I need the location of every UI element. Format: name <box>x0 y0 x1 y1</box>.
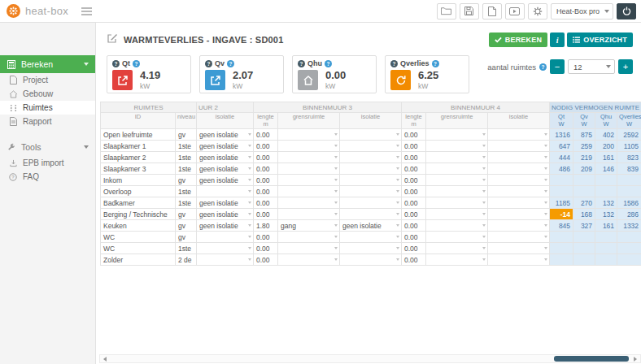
overzicht-button[interactable]: OVERZICHT <box>567 32 633 47</box>
isolatie-select[interactable] <box>488 254 550 266</box>
lengte-input[interactable]: 0.00 <box>402 141 426 152</box>
help-icon[interactable]: ? <box>133 60 140 67</box>
room-id-cell[interactable]: WC <box>101 232 176 243</box>
help-icon[interactable]: ? <box>539 63 547 71</box>
scrollbar-track[interactable] <box>110 355 630 362</box>
lengte-input[interactable]: 0.00 <box>254 254 278 266</box>
isolatie-select[interactable] <box>340 243 402 254</box>
isolatie-select[interactable]: geen isolatie <box>197 209 254 220</box>
room-id-cell[interactable]: Slaapkamer 3 <box>101 163 176 175</box>
isolatie-select[interactable]: geen isolatie <box>197 220 254 232</box>
isolatie-select[interactable]: geen isolatie <box>197 129 254 141</box>
niveau-cell[interactable]: 1ste <box>176 197 197 209</box>
info-button[interactable]: i <box>550 32 565 47</box>
isolatie-select[interactable] <box>197 243 254 254</box>
grensruimte-select[interactable] <box>278 186 340 197</box>
lengte-input[interactable]: 0.00 <box>402 175 426 186</box>
sidebar-item-gebouw[interactable]: Gebouw <box>0 87 95 101</box>
lengte-input[interactable]: 1.80 <box>254 220 278 232</box>
isolatie-select[interactable] <box>340 141 402 152</box>
lengte-input[interactable]: 0.00 <box>254 197 278 209</box>
grensruimte-select[interactable] <box>278 129 340 141</box>
isolatie-select[interactable]: geen isolatie <box>197 197 254 209</box>
niveau-cell[interactable]: 1ste <box>176 141 197 152</box>
help-icon[interactable]: ? <box>432 60 439 67</box>
niveau-cell[interactable]: gv <box>176 129 197 141</box>
grensruimte-select[interactable] <box>426 197 488 209</box>
room-id-cell[interactable]: Berging / Technische <box>101 209 176 220</box>
room-id-cell[interactable]: Zolder <box>101 254 176 266</box>
grensruimte-select[interactable] <box>278 254 340 266</box>
isolatie-select[interactable]: geen isolatie <box>197 141 254 152</box>
isolatie-select[interactable] <box>197 254 254 266</box>
room-id-cell[interactable]: Slaapkamer 1 <box>101 141 176 152</box>
isolatie-select[interactable] <box>488 175 550 186</box>
room-id-cell[interactable]: Inkom <box>101 175 176 186</box>
help-icon[interactable]: ? <box>325 60 332 67</box>
isolatie-select[interactable]: geen isolatie <box>197 175 254 186</box>
grensruimte-select[interactable] <box>426 152 488 163</box>
sidebar-section-bereken[interactable]: Bereken <box>0 55 95 73</box>
isolatie-select[interactable] <box>340 209 402 220</box>
settings-button[interactable] <box>528 3 547 20</box>
grensruimte-select[interactable] <box>426 175 488 186</box>
lengte-input[interactable]: 0.00 <box>402 163 426 175</box>
lengte-input[interactable]: 0.00 <box>402 197 426 209</box>
niveau-cell[interactable]: 1ste <box>176 186 197 197</box>
sidebar-item-rapport[interactable]: Rapport <box>0 115 95 128</box>
room-id-cell[interactable]: Keuken <box>101 220 176 232</box>
sidebar-item-ruimtes[interactable]: Ruimtes <box>0 101 95 115</box>
grensruimte-select[interactable] <box>278 209 340 220</box>
grensruimte-select[interactable] <box>426 186 488 197</box>
grensruimte-select[interactable] <box>278 175 340 186</box>
sidebar-item-project[interactable]: Project <box>0 73 95 87</box>
rooms-plus-button[interactable]: + <box>618 59 633 74</box>
room-id-cell[interactable]: Slaapkamer 2 <box>101 152 176 163</box>
scroll-right-button[interactable] <box>630 355 640 362</box>
grensruimte-select[interactable] <box>426 163 488 175</box>
niveau-cell[interactable]: gv <box>176 220 197 232</box>
isolatie-select[interactable] <box>488 186 550 197</box>
niveau-cell[interactable]: gv <box>176 209 197 220</box>
video-button[interactable] <box>505 3 525 20</box>
bereken-button[interactable]: BEREKEN <box>489 32 547 47</box>
grensruimte-select[interactable] <box>278 243 340 254</box>
niveau-cell[interactable]: 1ste <box>176 243 197 254</box>
isolatie-select[interactable] <box>488 163 550 175</box>
isolatie-select[interactable] <box>340 129 402 141</box>
niveau-cell[interactable]: 1ste <box>176 152 197 163</box>
grensruimte-select[interactable] <box>278 232 340 243</box>
lengte-input[interactable]: 0.00 <box>254 129 278 141</box>
isolatie-select[interactable] <box>340 152 402 163</box>
isolatie-select[interactable] <box>488 220 550 232</box>
grensruimte-select[interactable] <box>278 141 340 152</box>
save-button[interactable] <box>460 3 479 20</box>
lengte-input[interactable]: 0.00 <box>254 232 278 243</box>
isolatie-select[interactable] <box>340 163 402 175</box>
isolatie-select[interactable] <box>340 232 402 243</box>
isolatie-select[interactable] <box>340 175 402 186</box>
document-button[interactable] <box>482 3 502 20</box>
scroll-left-button[interactable] <box>100 355 110 362</box>
lengte-input[interactable]: 0.00 <box>254 243 278 254</box>
lengte-input[interactable]: 0.00 <box>402 243 426 254</box>
lengte-input[interactable]: 0.00 <box>402 220 426 232</box>
rooms-count-select[interactable]: 12 <box>568 59 615 74</box>
lengte-input[interactable]: 0.00 <box>254 152 278 163</box>
lengte-input[interactable]: 0.00 <box>254 163 278 175</box>
isolatie-select[interactable] <box>488 129 550 141</box>
power-button[interactable] <box>617 3 636 20</box>
isolatie-select[interactable] <box>197 232 254 243</box>
lengte-input[interactable]: 0.00 <box>402 209 426 220</box>
niveau-cell[interactable]: 2 de <box>176 254 197 266</box>
room-id-cell[interactable]: WC <box>101 243 176 254</box>
isolatie-select[interactable]: geen isolatie <box>197 152 254 163</box>
isolatie-select[interactable] <box>340 186 402 197</box>
menu-toggle-icon[interactable] <box>81 7 92 15</box>
lengte-input[interactable]: 0.00 <box>402 152 426 163</box>
grensruimte-select[interactable] <box>278 163 340 175</box>
isolatie-select[interactable] <box>197 186 254 197</box>
room-id-cell[interactable]: Badkamer <box>101 197 176 209</box>
horizontal-scrollbar[interactable] <box>99 354 641 363</box>
isolatie-select[interactable] <box>488 232 550 243</box>
